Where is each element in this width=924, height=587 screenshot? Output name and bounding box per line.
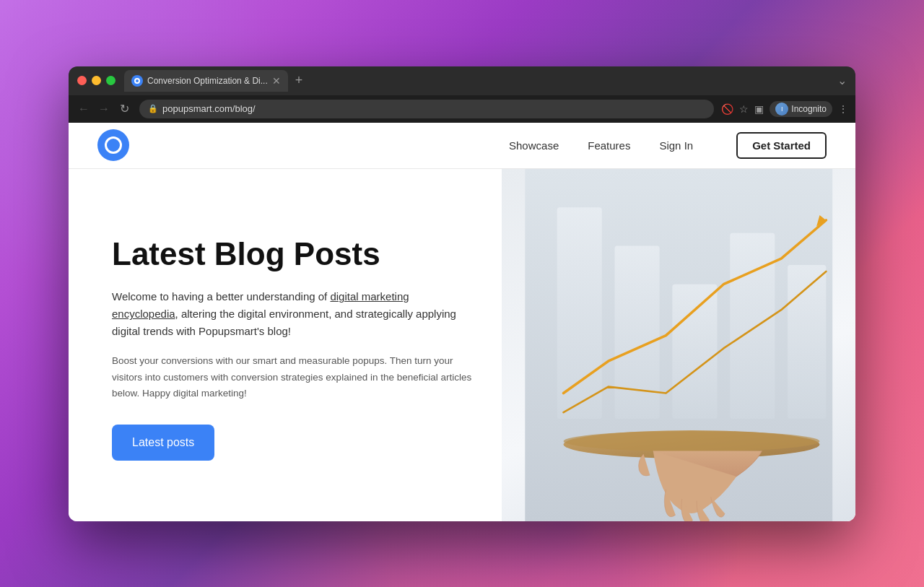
site-logo[interactable] <box>97 129 129 161</box>
svg-point-8 <box>563 430 819 451</box>
hero-description: Boost your conversions with our smart an… <box>112 353 473 401</box>
nav-buttons: ← → ↻ <box>76 101 132 117</box>
close-button[interactable] <box>77 76 87 85</box>
new-tab-icon[interactable]: + <box>295 73 303 88</box>
nav-links: Showcase Features Sign In Get Started <box>509 132 827 159</box>
more-options-icon[interactable]: ⋮ <box>838 103 848 115</box>
back-button[interactable]: ← <box>76 101 92 117</box>
hero-subtitle-text1: Welcome to having a better understanding… <box>112 290 330 303</box>
showcase-link[interactable]: Showcase <box>509 139 559 152</box>
tab-close-icon[interactable]: ✕ <box>272 76 281 86</box>
lock-icon: 🔒 <box>148 104 158 113</box>
profile-button[interactable]: I Incognito <box>770 101 832 117</box>
traffic-lights <box>77 76 116 85</box>
no-camera-icon: 🚫 <box>721 103 733 115</box>
addressbar-actions: 🚫 ☆ ▣ I Incognito ⋮ <box>721 101 848 117</box>
features-link[interactable]: Features <box>588 139 630 152</box>
url-text: popupsmart.com/blog/ <box>162 103 256 114</box>
bookmark-icon[interactable]: ☆ <box>739 103 749 115</box>
tab-expand-icon[interactable]: ⌄ <box>837 74 847 87</box>
tab-title: Conversion Optimization & Di... <box>147 76 268 86</box>
tab-favicon <box>131 75 143 87</box>
browser-window: Conversion Optimization & Di... ✕ + ⌄ ← … <box>69 66 855 521</box>
profile-avatar: I <box>775 103 788 116</box>
tab-bar: Conversion Optimization & Di... ✕ + ⌄ <box>124 70 847 92</box>
get-started-button[interactable]: Get Started <box>736 132 827 159</box>
hero-left: Latest Blog Posts Welcome to having a be… <box>69 169 502 521</box>
favicon-icon <box>134 78 140 84</box>
hero-section: Latest Blog Posts Welcome to having a be… <box>69 169 855 521</box>
maximize-button[interactable] <box>106 76 116 85</box>
browser-window-icon[interactable]: ▣ <box>754 103 764 115</box>
logo-icon <box>105 136 122 154</box>
reload-button[interactable]: ↻ <box>116 101 132 117</box>
address-bar[interactable]: 🔒 popupsmart.com/blog/ <box>139 100 714 118</box>
forward-button[interactable]: → <box>96 101 112 117</box>
browser-addressbar: ← → ↻ 🔒 popupsmart.com/blog/ 🚫 ☆ ▣ I Inc… <box>69 95 855 123</box>
chart-illustration <box>502 169 856 521</box>
svg-rect-1 <box>557 207 601 419</box>
hero-subtitle: Welcome to having a better understanding… <box>112 288 473 340</box>
profile-label: Incognito <box>791 104 827 114</box>
latest-posts-button[interactable]: Latest posts <box>112 425 214 461</box>
hero-title: Latest Blog Posts <box>112 236 473 273</box>
hero-right <box>502 169 856 521</box>
website-content: Showcase Features Sign In Get Started La… <box>69 123 855 521</box>
svg-rect-4 <box>730 232 775 418</box>
svg-rect-3 <box>672 284 717 418</box>
minimize-button[interactable] <box>92 76 101 85</box>
sign-in-link[interactable]: Sign In <box>659 139 693 152</box>
active-tab[interactable]: Conversion Optimization & Di... ✕ <box>124 70 288 92</box>
browser-titlebar: Conversion Optimization & Di... ✕ + ⌄ <box>69 66 855 95</box>
site-nav: Showcase Features Sign In Get Started <box>69 123 855 169</box>
svg-rect-2 <box>614 245 659 419</box>
